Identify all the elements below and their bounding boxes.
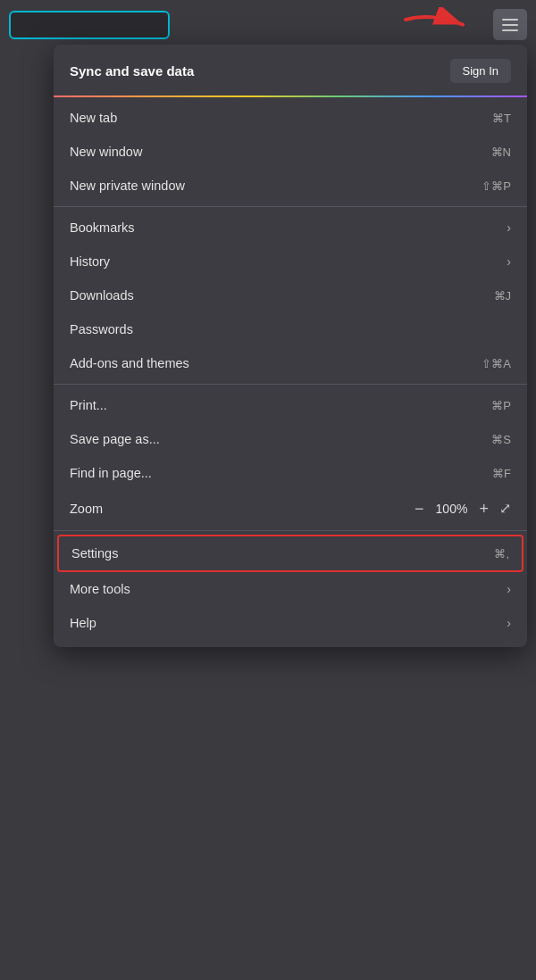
menu-item-settings[interactable]: Settings ⌘, (57, 535, 523, 572)
new-window-shortcut: ⌘N (491, 145, 511, 159)
bookmarks-label: Bookmarks (70, 220, 135, 235)
menu-item-new-window[interactable]: New window ⌘N (54, 135, 527, 169)
history-chevron-icon: › (507, 254, 511, 269)
addons-shortcut: ⇧⌘A (482, 357, 511, 370)
zoom-expand-icon[interactable]: ⤢ (499, 500, 511, 517)
menu-line-3 (502, 29, 518, 31)
menu-line-2 (502, 24, 518, 26)
menu-item-addons[interactable]: Add-ons and themes ⇧⌘A (54, 346, 527, 380)
find-in-page-label: Find in page... (70, 466, 152, 480)
zoom-label: Zoom (70, 502, 103, 516)
menu-item-find-in-page[interactable]: Find in page... ⌘F (54, 456, 527, 490)
sync-header: Sync and save data Sign In (54, 45, 527, 96)
passwords-label: Passwords (70, 322, 133, 336)
zoom-row: Zoom − 100% + ⤢ (54, 490, 527, 527)
divider-3 (54, 530, 527, 531)
settings-shortcut: ⌘, (494, 547, 509, 561)
new-window-label: New window (70, 145, 142, 159)
bookmarks-chevron-icon: › (507, 220, 511, 235)
menu-item-help[interactable]: Help › (54, 606, 527, 640)
print-shortcut: ⌘P (491, 399, 511, 412)
menu-line-1 (502, 19, 518, 21)
new-private-window-label: New private window (70, 179, 185, 193)
new-tab-label: New tab (70, 111, 117, 125)
divider-2 (54, 384, 527, 385)
red-arrow-icon (402, 7, 473, 43)
arrow-annotation (402, 4, 473, 45)
print-label: Print... (70, 398, 107, 412)
zoom-value: 100% (434, 502, 468, 516)
save-page-shortcut: ⌘S (491, 433, 511, 446)
more-tools-label: More tools (70, 582, 130, 596)
help-label: Help (70, 616, 96, 630)
menu-item-more-tools[interactable]: More tools › (54, 572, 527, 606)
sign-in-button[interactable]: Sign In (450, 59, 511, 83)
address-bar[interactable] (9, 11, 170, 39)
menu-item-save-page[interactable]: Save page as... ⌘S (54, 422, 527, 456)
settings-label: Settings (71, 546, 118, 561)
menu-item-history[interactable]: History › (54, 245, 527, 278)
downloads-shortcut: ⌘J (494, 289, 512, 303)
zoom-out-button[interactable]: − (413, 501, 426, 517)
menu-item-passwords[interactable]: Passwords (54, 312, 527, 346)
new-tab-shortcut: ⌘T (492, 112, 511, 125)
zoom-controls: − 100% + ⤢ (413, 500, 511, 517)
find-in-page-shortcut: ⌘F (492, 467, 511, 480)
menu-item-new-private-window[interactable]: New private window ⇧⌘P (54, 169, 527, 203)
new-private-window-shortcut: ⇧⌘P (482, 179, 511, 193)
zoom-in-button[interactable]: + (477, 501, 490, 517)
menu-item-print[interactable]: Print... ⌘P (54, 388, 527, 422)
hamburger-menu-button[interactable] (493, 9, 527, 40)
menu-item-downloads[interactable]: Downloads ⌘J (54, 278, 527, 312)
divider-1 (54, 206, 527, 207)
addons-label: Add-ons and themes (70, 356, 189, 370)
more-tools-chevron-icon: › (507, 582, 511, 596)
menu-item-new-tab[interactable]: New tab ⌘T (54, 101, 527, 135)
browser-menu-dropdown: Sync and save data Sign In New tab ⌘T Ne… (54, 45, 527, 647)
sync-title: Sync and save data (70, 63, 194, 79)
downloads-label: Downloads (70, 288, 134, 303)
menu-item-bookmarks[interactable]: Bookmarks › (54, 211, 527, 245)
history-label: History (70, 254, 110, 269)
rainbow-divider (54, 96, 527, 97)
save-page-label: Save page as... (70, 432, 160, 446)
help-chevron-icon: › (507, 616, 511, 630)
